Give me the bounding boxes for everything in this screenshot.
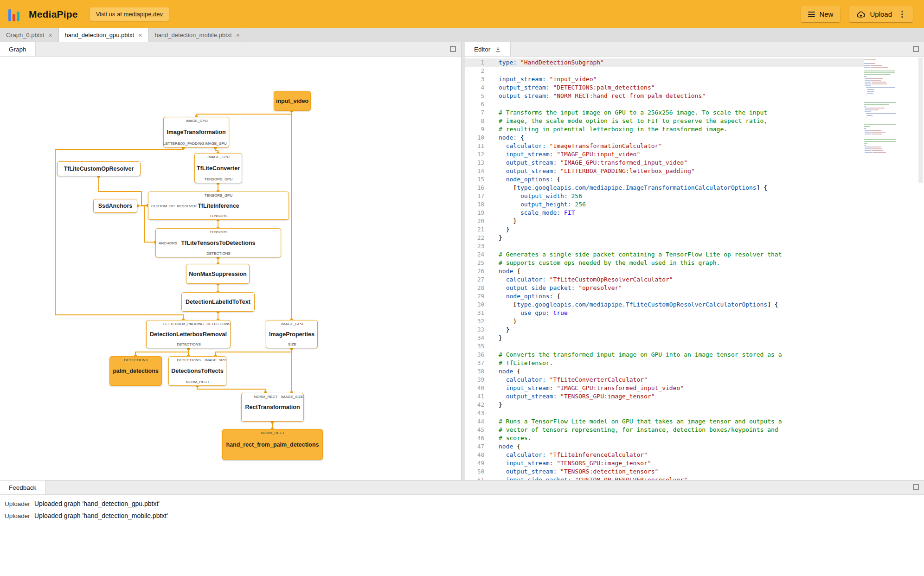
output-port-label: LETTERBOX_PADDING (163, 141, 204, 146)
code-line[interactable]: 46# scores. (465, 434, 864, 442)
line-number: 28 (465, 284, 492, 292)
popout-icon[interactable] (450, 46, 456, 52)
code-line[interactable]: 20 } (465, 217, 864, 225)
code-line[interactable]: 22} (465, 234, 864, 242)
tab-hand-detection-gpu-pbtxt[interactable]: hand_detection_gpu.pbtxt× (59, 28, 149, 42)
code-line[interactable]: 19 scale_mode: FIT (465, 209, 864, 217)
code-line[interactable]: 14 output_stream: "LETTERBOX_PADDING:let… (465, 167, 864, 175)
code-line[interactable]: 18 output_height: 256 (465, 200, 864, 209)
code-line[interactable]: 24# Generates a single side packet conta… (465, 250, 864, 259)
code-line[interactable]: 42} (465, 401, 864, 409)
graph-node-hand_rect_from_palm_detections[interactable]: NORM_RECThand_rect_from_palm_detections (222, 429, 323, 460)
feedback-entry: Uploader Uploaded graph 'hand_detection_… (5, 512, 924, 519)
close-tab-icon[interactable]: × (48, 32, 52, 39)
graph-node-RectTransformation[interactable]: NORM_RECTIMAGE_SIZERectTransformation (241, 393, 304, 422)
graph-node-ImageProperties[interactable]: IMAGE_GPUSIZEImageProperties (266, 320, 318, 348)
code-line[interactable]: 4output_stream: "DETECTIONS:palm_detecti… (465, 83, 864, 92)
code-line[interactable]: 21 } (465, 225, 864, 234)
graph-node-TfLiteConverter[interactable]: IMAGE_GPUTENSORS_GPUTfLiteConverter (194, 153, 242, 183)
code-line[interactable]: 45# vector of tensors representing, for … (465, 426, 864, 434)
upload-button[interactable]: Upload ⋮ (849, 6, 913, 22)
graph-node-SsdAnchors[interactable]: SsdAnchors (93, 199, 137, 213)
graph-node-DetectionLabelIdToText[interactable]: DetectionLabelIdToText (181, 292, 255, 312)
graph-node-DetectionLetterboxRemoval[interactable]: LETTERBOX_PADDINGDETECTIONSDETECTIONSDet… (146, 320, 231, 348)
code-line[interactable]: 35 (465, 342, 864, 351)
editor-tab[interactable]: Editor (465, 42, 511, 56)
code-line[interactable]: 10node: { (465, 134, 864, 142)
tab-hand-detection-mobile-pbtxt[interactable]: hand_detection_mobile.pbtxt× (148, 28, 246, 42)
code-line[interactable]: 6 (465, 100, 864, 109)
graph-canvas[interactable]: input_videoIMAGE_GPULETTERBOX_PADDINGIMA… (0, 57, 461, 480)
graph-node-input_video[interactable]: input_video (274, 91, 311, 111)
code-line[interactable]: 17 output_width: 256 (465, 192, 864, 200)
code-line[interactable]: 15 node_options: { (465, 175, 864, 184)
download-icon[interactable] (494, 46, 501, 53)
code-line[interactable]: 50 output_stream: "TENSORS:detection_ten… (465, 467, 864, 476)
editor-scrollbar[interactable] (918, 57, 924, 480)
code-line[interactable]: 12 input_stream: "IMAGE_GPU:input_video" (465, 150, 864, 159)
code-line[interactable]: 29 node_options: { (465, 292, 864, 301)
close-tab-icon[interactable]: × (138, 32, 142, 39)
graph-node-TfLiteCustomOpResolver[interactable]: TfLiteCustomOpResolver (57, 161, 141, 176)
close-tab-icon[interactable]: × (236, 32, 240, 39)
code-line[interactable]: 43 (465, 409, 864, 417)
line-number: 12 (465, 150, 492, 159)
code-line[interactable]: 31 use_gpu: true (465, 309, 864, 317)
code-line[interactable]: 23 (465, 242, 864, 250)
code-line[interactable]: 7# Transforms the input image on GPU to … (465, 109, 864, 117)
code-line[interactable]: 47node { (465, 442, 864, 451)
code-line[interactable]: 9# resulting in potential letterboxing i… (465, 125, 864, 134)
code-line[interactable]: 38node { (465, 367, 864, 376)
code-line[interactable]: 3input_stream: "input_video" (465, 75, 864, 83)
node-label: TfLiteInference (198, 203, 239, 209)
code-line[interactable]: 40 input_stream: "IMAGE_GPU:transformed_… (465, 384, 864, 392)
code-line[interactable]: 27 calculator: "TfLiteCustomOpResolverCa… (465, 275, 864, 284)
minimap[interactable] (864, 59, 901, 154)
code-line[interactable]: 48 calculator: "TfLiteInferenceCalculato… (465, 451, 864, 459)
popout-icon[interactable] (913, 484, 919, 490)
code-line[interactable]: 13 output_stream: "IMAGE_GPU:transformed… (465, 159, 864, 167)
code-line[interactable]: 39 calculator: "TfLiteConverterCalculato… (465, 376, 864, 384)
code-line[interactable]: 49 input_stream: "TENSORS_GPU:image_tens… (465, 459, 864, 467)
graph-node-palm_detections[interactable]: DETECTIONSpalm_detections (109, 356, 162, 386)
code-line[interactable]: 34} (465, 334, 864, 342)
code-line[interactable]: 26node { (465, 267, 864, 275)
graph-panel-header: Graph (0, 42, 461, 57)
graph-tab[interactable]: Graph (0, 42, 36, 56)
graph-node-TfLiteInference[interactable]: TENSORS_GPUCUSTOM_OP_RESOLVERTENSORSTfLi… (148, 192, 289, 220)
upload-menu-icon[interactable]: ⋮ (898, 9, 906, 19)
code-line[interactable]: 36# Converts the transformed input image… (465, 351, 864, 359)
graph-node-TfLiteTensorsToDetections[interactable]: TENSORSANCHORSDETECTIONSTfLiteTensorsToD… (155, 228, 281, 257)
code-line[interactable]: 30 [type.googleapis.com/mediapipe.TfLite… (465, 301, 864, 309)
graph-tab-label: Graph (9, 46, 26, 53)
code-line[interactable]: 5output_stream: "NORM_RECT:hand_rect_fro… (465, 92, 864, 100)
code-line[interactable]: 16 [type.googleapis.com/mediapipe.ImageT… (465, 184, 864, 192)
code-line[interactable]: 44# Runs a TensorFlow Lite model on GPU … (465, 417, 864, 426)
new-button[interactable]: New (801, 6, 840, 22)
code-line[interactable]: 51 input_side_packet: "CUSTOM_OP_RESOLVE… (465, 476, 864, 480)
visit-link[interactable]: mediapipe.dev (123, 11, 163, 18)
code-line[interactable]: 33 } (465, 326, 864, 334)
code-line[interactable]: 41 output_stream: "TENSORS_GPU:image_ten… (465, 392, 864, 401)
code-line[interactable]: 25# supports custom ops needed by the mo… (465, 259, 864, 267)
code-line[interactable]: 11 calculator: "ImageTransformationCalcu… (465, 142, 864, 150)
panel-divider[interactable] (462, 42, 465, 480)
code-line[interactable]: 28 output_side_packet: "opresolver" (465, 284, 864, 292)
code-line[interactable]: 37# TfLiteTensor. (465, 359, 864, 367)
editor-code[interactable]: 1type: "HandDetectionSubgraph"23input_st… (465, 57, 864, 480)
code-line[interactable]: 32 } (465, 317, 864, 326)
tab-graph-0-pbtxt[interactable]: Graph_0.pbtxt× (0, 28, 59, 42)
scrollbar-thumb[interactable] (918, 58, 923, 183)
node-label: DetectionLetterboxRemoval (150, 331, 227, 338)
code-line[interactable]: 1type: "HandDetectionSubgraph" (465, 58, 864, 67)
code-line[interactable]: 2 (465, 67, 864, 75)
graph-node-NonMaxSuppression[interactable]: NonMaxSuppression (186, 264, 250, 284)
popout-icon[interactable] (913, 46, 919, 52)
code-editor[interactable]: 1type: "HandDetectionSubgraph"23input_st… (465, 57, 924, 480)
graph-node-ImageTransformation[interactable]: IMAGE_GPULETTERBOX_PADDINGIMAGE_GPUImage… (163, 117, 229, 147)
graph-node-DetectionsToRects[interactable]: DETECTIONSIMAGE_SIZENORM_RECTDetectionsT… (168, 356, 226, 386)
code-line[interactable]: 8# image, the scale_mode option is set t… (465, 117, 864, 125)
feedback-tab[interactable]: Feedback (0, 480, 45, 494)
line-number: 47 (465, 442, 492, 451)
feedback-source: Uploader (5, 512, 31, 519)
